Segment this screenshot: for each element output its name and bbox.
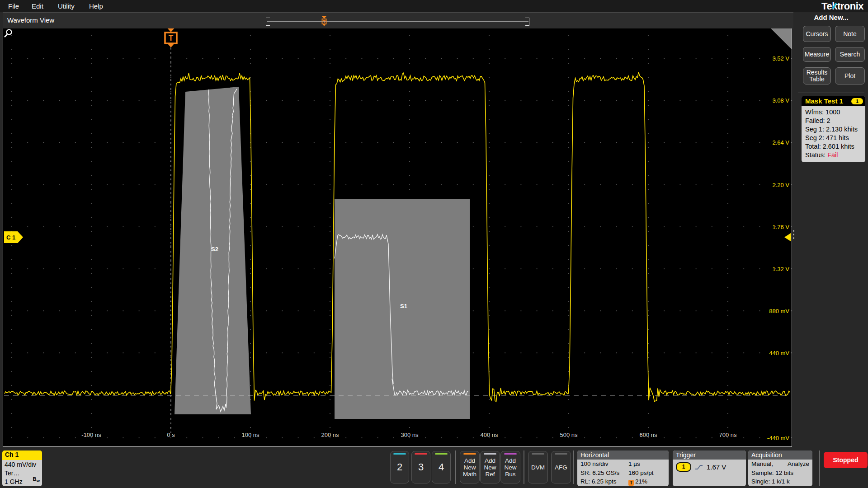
voltage-tick-label: -440 mV [760, 435, 789, 441]
trigger-position-icon: T [628, 480, 634, 486]
channel-3-button[interactable]: 3 [411, 451, 430, 483]
dvm-button[interactable]: DVM [528, 451, 548, 483]
zoom-corner[interactable] [771, 28, 792, 49]
mask-s1-label: S1 [400, 303, 407, 310]
voltage-tick-label: 2.64 V [760, 139, 789, 146]
trigger-level-arrow [784, 233, 791, 241]
voltage-tick-label: 3.08 V [760, 97, 789, 104]
horizontal-row-1: 100 ns/div1 µs [577, 460, 669, 469]
menu-edit[interactable]: Edit [32, 0, 43, 12]
time-tick-label: 0 s [167, 432, 175, 438]
time-tick-label: 200 ns [321, 432, 339, 438]
trigger-position-marker: T [165, 28, 177, 47]
oscilloscope-app: { "menu": {"items": ["File", "Edit", "Ut… [0, 0, 868, 488]
add-new-math-button[interactable]: Add New Math [460, 451, 480, 483]
time-tick-label: 700 ns [719, 432, 736, 438]
channel-1-badge[interactable]: Ch 1 440 mV/div Ter… 1 GHz BW [2, 450, 42, 486]
mask-wfms: Wfms: 1000 [805, 108, 863, 117]
trigger-level: 1.67 V [707, 463, 726, 471]
mask-test-panel[interactable]: Mask Test 1 1 Wfms: 1000 Failed: 2 Seg 1… [802, 96, 865, 162]
channel-4-color-stripe [435, 453, 448, 455]
afg-color-stripe [555, 453, 567, 455]
voltage-tick-label: 3.52 V [760, 55, 789, 62]
channel-1-position-marker: C 1 [4, 231, 23, 243]
afg-button[interactable]: AFG [551, 451, 571, 483]
mask-seg2: Seg 2: 471 hits [805, 134, 863, 142]
note-button[interactable]: Note [835, 26, 865, 42]
mask-test-header: Mask Test 1 1 [802, 96, 865, 106]
separator [455, 450, 456, 484]
horizontal-overview-bar[interactable]: T [266, 18, 529, 25]
voltage-tick-label: 880 mV [760, 308, 789, 314]
mask-total: Total: 2.601 khits [805, 142, 863, 151]
channel-2-color-stripe [393, 453, 406, 455]
add-new-heading: Add New... [794, 14, 868, 21]
svg-text:T: T [323, 19, 326, 24]
add-new-bus-button[interactable]: Add New Bus [500, 451, 520, 483]
menu-file[interactable]: File [8, 0, 19, 12]
rising-edge-icon [695, 464, 703, 470]
separator [819, 450, 820, 486]
mask-s2-label: S2 [211, 246, 218, 253]
menu-utility[interactable]: Utility [58, 0, 75, 12]
time-tick-label: 400 ns [480, 432, 498, 438]
mask-status-fail: Fail [827, 151, 838, 159]
time-tick-label: 600 ns [639, 432, 657, 438]
mask-seg1: Seg 1: 2.130 khits [805, 125, 863, 134]
horizontal-panel[interactable]: Horizontal 100 ns/div1 µs SR: 6.25 GS/s1… [577, 450, 669, 486]
svg-text:C 1: C 1 [6, 234, 15, 241]
cursors-button[interactable]: Cursors [803, 26, 831, 42]
mask-test-badge: 1 [851, 98, 863, 104]
mask-failed: Failed: 2 [805, 117, 863, 125]
menu-help[interactable]: Help [89, 0, 103, 12]
horizontal-panel-header: Horizontal [577, 450, 669, 460]
dvm-color-stripe [532, 453, 544, 455]
waveform-view-title: Waveform View [7, 16, 54, 24]
time-tick-label: -100 ns [81, 432, 101, 438]
magnifier-icon[interactable] [3, 28, 13, 38]
trigger-panel-header: Trigger [673, 450, 746, 460]
menu-bar: File Edit Utility Help Tektronix [0, 0, 868, 12]
ref-color-stripe [484, 453, 496, 455]
acquisition-row-2: Sample: 12 bits [748, 469, 812, 478]
time-tick-label: 300 ns [401, 432, 418, 438]
search-button[interactable]: Search [835, 47, 865, 62]
overview-line [267, 21, 528, 22]
horizontal-row-3: RL: 6.25 kptsT21% [577, 477, 669, 486]
measure-button[interactable]: Measure [803, 47, 831, 62]
plot-button[interactable]: Plot [835, 67, 865, 84]
voltage-tick-label: 1.32 V [760, 266, 789, 272]
channel-4-button[interactable]: 4 [432, 451, 451, 483]
separator [573, 450, 574, 484]
overview-right-bracket[interactable] [525, 18, 529, 26]
trigger-panel[interactable]: Trigger 1 1.67 V [673, 450, 746, 486]
svg-text:T: T [169, 34, 174, 42]
bandwidth-limit-icon: BW [33, 475, 40, 485]
acquisition-panel[interactable]: Acquisition Manual,Analyze Sample: 12 bi… [748, 450, 812, 486]
mask-test-results: Wfms: 1000 Failed: 2 Seg 1: 2.130 khits … [802, 106, 865, 162]
overview-trigger-icon[interactable]: T [321, 16, 327, 27]
time-tick-label: 100 ns [241, 432, 259, 438]
channel-2-button[interactable]: 2 [390, 451, 409, 483]
ch1-scale: 440 mV/div [5, 460, 40, 469]
horizontal-row-2: SR: 6.25 GS/s160 ps/pt [577, 469, 669, 478]
voltage-tick-label: 1.76 V [760, 224, 789, 230]
results-table-button[interactable]: Results Table [803, 67, 831, 84]
trigger-settings: 1 1.67 V [673, 460, 746, 472]
voltage-tick-label: 2.20 V [760, 182, 789, 188]
voltage-tick-label: 440 mV [760, 350, 789, 357]
separator [524, 450, 524, 484]
add-new-ref-button[interactable]: Add New Ref [480, 451, 500, 483]
overview-left-bracket[interactable] [266, 18, 270, 26]
sidebar-divider [798, 93, 864, 93]
bottom-bar: Ch 1 440 mV/div Ter… 1 GHz BW 2 3 4 Add … [0, 449, 868, 488]
run-stop-status-button[interactable]: Stopped [824, 452, 868, 468]
scope-canvas: S1S2TC 1 [3, 28, 792, 446]
waveform-plot[interactable]: S1S2TC 1 3.52 V3.08 V2.64 V2.20 V1.76 V1… [3, 28, 792, 447]
channel-1-settings: 440 mV/div Ter… 1 GHz BW [2, 460, 42, 486]
math-color-stripe [463, 453, 476, 455]
trigger-source-badge: 1 [676, 462, 691, 472]
acquisition-row-1: Manual,Analyze [748, 460, 812, 469]
tektronix-logo: Tektronix [821, 0, 863, 12]
bus-color-stripe [504, 453, 517, 455]
